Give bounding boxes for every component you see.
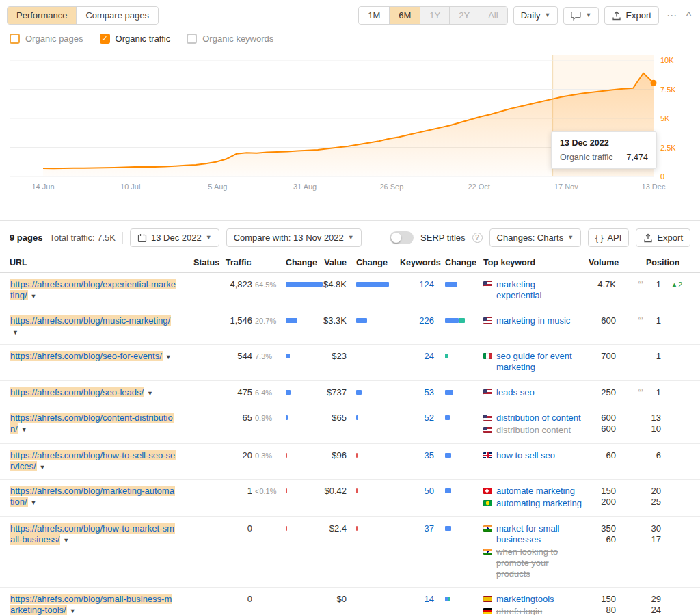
- keywords-link[interactable]: 52: [425, 413, 434, 423]
- keywords-link[interactable]: 124: [419, 279, 434, 289]
- url-expand-caret[interactable]: ▼: [31, 499, 37, 506]
- url-expand-caret[interactable]: ▼: [63, 537, 69, 544]
- url-expand-caret[interactable]: ▼: [165, 354, 172, 361]
- traffic-percent: 7.3%: [252, 345, 282, 380]
- more-options-button[interactable]: ⋯: [664, 9, 679, 22]
- range-all-button[interactable]: All: [479, 7, 507, 24]
- tab-performance[interactable]: Performance: [8, 7, 77, 24]
- url-link[interactable]: https://ahrefs.com/blog/how-to-market-sm…: [10, 523, 175, 545]
- filter-organic-pages[interactable]: Organic pages: [10, 34, 83, 44]
- url-expand-caret[interactable]: ▼: [40, 464, 46, 471]
- position-value: 1: [646, 351, 661, 362]
- change-bar-segment: [356, 282, 389, 287]
- url-expand-caret[interactable]: ▼: [147, 390, 153, 397]
- api-button[interactable]: { } API: [588, 228, 629, 247]
- keywords-link[interactable]: 53: [425, 387, 434, 397]
- changes-mode-select[interactable]: Changes: Charts ▼: [489, 228, 581, 247]
- top-keyword-link[interactable]: leads seo: [496, 387, 535, 398]
- filter-organic-traffic[interactable]: ✓ Organic traffic: [100, 34, 171, 44]
- top-toolbar: Performance Compare pages 1M 6M 1Y 2Y Al…: [0, 0, 700, 28]
- svg-text:0: 0: [660, 172, 664, 181]
- annotations-dropdown[interactable]: ▼: [563, 7, 599, 25]
- keywords-link[interactable]: 37: [425, 523, 434, 534]
- url-expand-caret[interactable]: ▼: [70, 607, 76, 614]
- volume-value: 150: [589, 486, 616, 497]
- column-header-position[interactable]: Position: [646, 253, 700, 272]
- url-link[interactable]: https://ahrefs.com/blog/seo-leads/: [10, 387, 144, 397]
- checkbox-unchecked-icon[interactable]: [10, 34, 20, 44]
- column-header-status[interactable]: Status: [185, 253, 222, 272]
- range-1y-button[interactable]: 1Y: [420, 7, 450, 24]
- column-header-traffic-change[interactable]: Change: [282, 253, 323, 272]
- top-keyword-link[interactable]: marketing experiential: [496, 279, 582, 301]
- top-keyword-link[interactable]: distribution of content: [496, 413, 581, 423]
- column-header-keywords-change[interactable]: Change: [435, 253, 479, 272]
- keywords-link[interactable]: 50: [425, 486, 434, 496]
- column-header-url[interactable]: URL: [0, 253, 185, 272]
- tab-compare-pages[interactable]: Compare pages: [77, 7, 158, 24]
- filter-label: Organic keywords: [202, 34, 273, 44]
- volume-value: 80: [589, 605, 616, 615]
- keywords-link[interactable]: 24: [425, 351, 434, 361]
- url-expand-caret[interactable]: ▼: [21, 426, 27, 433]
- top-keyword-link[interactable]: automate marketing: [496, 486, 575, 497]
- url-expand-caret[interactable]: ▼: [12, 329, 18, 336]
- quote-icon: [619, 444, 646, 479]
- url-link[interactable]: https://ahrefs.com/blog/seo-for-events/: [10, 351, 163, 361]
- chevron-down-icon: ▼: [567, 235, 574, 241]
- top-keyword-link[interactable]: ahrefs login: [496, 606, 542, 615]
- table-export-button[interactable]: Export: [636, 228, 690, 247]
- filter-organic-keywords[interactable]: Organic keywords: [187, 34, 273, 44]
- url-link[interactable]: https://ahrefs.com/blog/content-distribu…: [10, 413, 174, 434]
- top-keyword-link[interactable]: marketing in music: [496, 315, 570, 326]
- checkbox-checked-icon[interactable]: ✓: [100, 34, 110, 44]
- country-flag-us-icon: [483, 317, 492, 324]
- top-keyword-link[interactable]: automating marketing: [496, 498, 582, 509]
- column-header-value-change[interactable]: Change: [351, 253, 400, 272]
- tooltip-value: 7,474: [627, 153, 648, 162]
- range-6m-button[interactable]: 6M: [390, 7, 420, 24]
- keywords-change-bar: [435, 309, 479, 344]
- checkbox-unchecked-icon[interactable]: [187, 34, 197, 44]
- traffic-percent: <0.1%: [252, 480, 282, 516]
- keywords-link[interactable]: 14: [425, 594, 434, 604]
- keywords-link[interactable]: 226: [419, 315, 434, 326]
- top-keyword-link[interactable]: when looking to promote your products: [496, 547, 582, 579]
- keywords-change-bar: [435, 273, 479, 309]
- svg-text:31 Aug: 31 Aug: [293, 183, 317, 191]
- date-picker-button[interactable]: 13 Dec 2022 ▼: [130, 228, 219, 247]
- url-link[interactable]: https://ahrefs.com/blog/music-marketing/: [10, 315, 171, 326]
- braces-icon: { }: [595, 233, 603, 243]
- top-keyword-link[interactable]: market for small businesses: [496, 523, 582, 545]
- top-keyword-link[interactable]: how to sell seo: [496, 450, 555, 461]
- column-header-keywords[interactable]: Keywords: [400, 253, 435, 272]
- traffic-change-bar: [282, 273, 323, 309]
- range-1m-button[interactable]: 1M: [359, 7, 390, 24]
- url-cell: https://ahrefs.com/blog/seo-leads/▼: [0, 381, 185, 406]
- help-icon[interactable]: ?: [472, 233, 483, 243]
- column-header-volume[interactable]: Volume: [589, 253, 619, 272]
- column-header-traffic[interactable]: Traffic: [222, 253, 282, 272]
- value-change-bar: [351, 444, 400, 479]
- column-header-top-keyword[interactable]: Top keyword: [479, 253, 589, 272]
- granularity-select[interactable]: Daily ▼: [513, 6, 558, 25]
- url-expand-caret[interactable]: ▼: [31, 293, 37, 300]
- range-2y-button[interactable]: 2Y: [450, 7, 479, 24]
- chart-export-button[interactable]: Export: [604, 6, 659, 25]
- country-flag-in-icon: [483, 549, 492, 555]
- keywords-cell: 226: [400, 309, 435, 344]
- table-row: https://ahrefs.com/blog/music-marketing/…: [0, 309, 700, 345]
- url-link[interactable]: https://ahrefs.com/blog/how-to-sell-seo-…: [10, 450, 176, 471]
- top-keyword-link[interactable]: marketingtools: [496, 594, 554, 605]
- compare-with-button[interactable]: Compare with: 13 Nov 2022 ▼: [226, 228, 362, 247]
- organic-traffic-chart[interactable]: 02.5K5K7.5K10K14 Jun10 Jul5 Aug31 Aug26 …: [0, 51, 700, 197]
- collapse-panel-button[interactable]: ^: [684, 9, 693, 22]
- url-link[interactable]: https://ahrefs.com/blog/small-business-m…: [10, 594, 172, 615]
- keywords-link[interactable]: 35: [425, 450, 434, 460]
- top-keyword-link[interactable]: seo guide for event marketing: [496, 351, 582, 373]
- column-header-value[interactable]: Value: [323, 253, 351, 272]
- volume-cell: 600600: [589, 406, 619, 443]
- volume-value: 700: [589, 351, 616, 362]
- top-keyword-link[interactable]: distribution content: [496, 425, 571, 436]
- serp-titles-toggle[interactable]: [390, 231, 414, 244]
